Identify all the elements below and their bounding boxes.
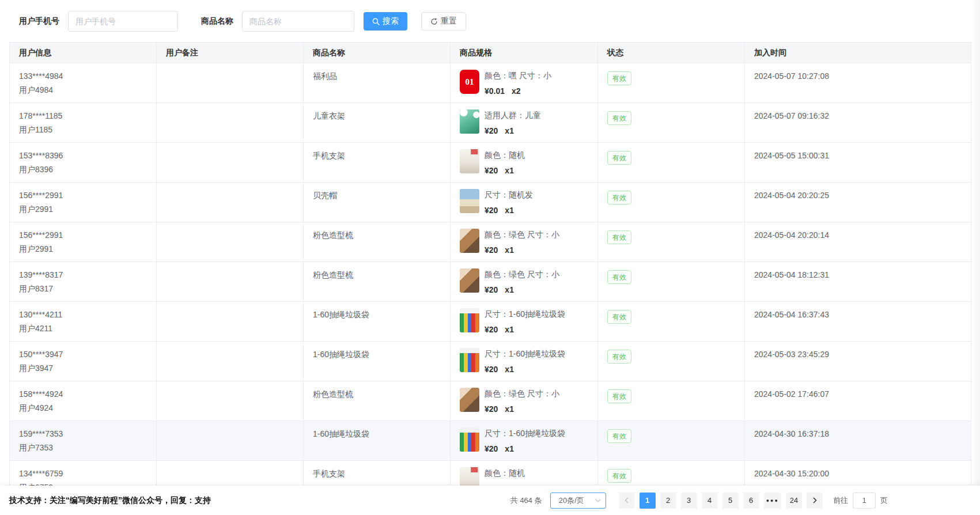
user-phone: 156****2991 [19,230,147,240]
join-time: 2024-04-30 15:20:00 [754,469,962,478]
status-badge: 有效 [607,151,631,165]
scrollbar-track[interactable] [972,0,980,486]
user-nickname: 用户4924 [19,403,147,414]
product-name: 福利品 [313,71,441,82]
product-thumbnail: 01 [460,70,479,94]
join-time: 2024-05-07 09:16:32 [754,111,962,120]
page-button-1[interactable]: 1 [640,493,656,509]
join-time: 2024-05-05 15:00:31 [754,151,962,160]
product-spec: 颜色：绿色 尺寸：小 [485,270,559,280]
table-row: 153****8396 用户8396 手机支架 颜色：随机 ¥20x1 [10,143,971,183]
page-size-select[interactable]: 20条/页 [550,493,606,509]
prev-page-button[interactable] [619,493,635,509]
page-ellipsis[interactable]: ●●● [764,493,781,509]
product-name: 1-60抽绳垃圾袋 [313,310,441,320]
product-thumbnail [460,308,479,332]
page-button-6[interactable]: 6 [743,493,759,509]
page-button-2[interactable]: 2 [660,493,676,509]
column-header-user-remark: 用户备注 [157,43,304,63]
user-phone: 178****1185 [19,111,147,120]
status-badge: 有效 [607,71,631,85]
pagination: 共 464 条 20条/页 123456●●●24 前往 页 [510,493,888,509]
user-nickname: 用户2991 [19,244,147,255]
goto-suffix: 页 [880,495,888,506]
table-row: 178****1185 用户1185 儿童衣架 适用人群：儿童 ¥20x1 [10,103,971,143]
product-spec: 颜色：随机 [485,150,525,161]
product-thumbnail [460,229,479,253]
product-price: ¥20 [485,325,498,334]
product-qty: x1 [505,404,514,414]
user-phone: 156****2991 [19,191,147,200]
table-row: 159****7353 用户7353 1-60抽绳垃圾袋 尺寸：1-60抽绳垃圾… [10,421,971,461]
product-price: ¥20 [485,444,498,453]
product-thumbnail [460,348,479,372]
product-spec: 颜色：绿色 尺寸：小 [485,389,559,399]
total-count: 共 464 条 [510,495,542,506]
product-price: ¥20 [485,285,498,294]
table-header-row: 用户信息 用户备注 商品名称 商品规格 状态 加入时间 [10,43,971,63]
product-qty: x1 [505,206,514,215]
status-badge: 有效 [607,310,631,324]
status-badge: 有效 [607,230,631,244]
product-thumbnail [460,388,479,412]
search-bar: 用户手机号 商品名称 搜索 重置 [0,0,980,42]
product-qty: x1 [505,126,514,135]
product-qty: x1 [505,285,514,294]
footer-bar: 技术支持：关注“编写美好前程”微信公众号，回复：支持 共 464 条 20条/页… [0,486,980,515]
product-qty: x1 [505,444,514,453]
join-time: 2024-05-04 20:20:14 [754,230,962,240]
user-phone: 133****4984 [19,71,147,81]
user-phone: 153****8396 [19,151,147,160]
product-name: 手机支架 [313,469,441,479]
product-price: ¥20 [485,245,498,255]
product-name: 粉色造型梳 [313,270,441,281]
user-phone: 150****3947 [19,350,147,359]
next-page-button[interactable] [807,493,823,509]
page-button-5[interactable]: 5 [722,493,739,509]
status-badge: 有效 [607,350,631,363]
product-spec: 尺寸：1-60抽绳垃圾袋 [485,309,565,320]
status-badge: 有效 [607,389,631,403]
product-qty: x1 [505,325,514,334]
user-phone: 158****4924 [19,389,147,399]
product-price: ¥20 [485,404,498,414]
column-header-join-time: 加入时间 [745,43,971,63]
product-thumbnail [460,109,479,134]
user-phone: 139****8317 [19,270,147,279]
refresh-icon [430,18,438,25]
table-body: 133****4984 用户4984 福利品 01 颜色：嘿 尺寸：小 ¥0.0… [10,63,971,501]
phone-input[interactable] [68,11,178,32]
user-nickname: 用户2991 [19,205,147,215]
page-button-3[interactable]: 3 [681,493,697,509]
goto-page-input[interactable] [853,493,876,509]
page-button-4[interactable]: 4 [702,493,718,509]
table-row: 130****4211 用户4211 1-60抽绳垃圾袋 尺寸：1-60抽绳垃圾… [10,302,971,342]
product-price: ¥20 [485,126,498,135]
page-button-24[interactable]: 24 [786,493,802,509]
product-name: 粉色造型梳 [313,389,441,400]
join-time: 2024-05-02 17:46:07 [754,389,962,399]
product-thumbnail [460,268,479,293]
status-badge: 有效 [607,191,631,205]
user-phone: 130****4211 [19,310,147,319]
product-name-label: 商品名称 [201,16,233,26]
support-text: 技术支持：关注“编写美好前程”微信公众号，回复：支持 [9,495,211,506]
product-qty: x1 [505,245,514,255]
thumbnail-label: 01 [466,77,474,87]
user-nickname: 用户8317 [19,284,147,294]
product-thumbnail [460,189,479,213]
status-badge: 有效 [607,429,631,443]
product-name: 粉色造型梳 [313,230,441,241]
column-header-product-name: 商品名称 [304,43,451,63]
table-row: 158****4924 用户4924 粉色造型梳 颜色：绿色 尺寸：小 ¥20x… [10,381,971,421]
product-spec: 尺寸：随机发 [485,190,533,200]
product-name: 儿童衣架 [313,111,441,122]
search-button[interactable]: 搜索 [364,12,407,31]
reset-button[interactable]: 重置 [421,12,466,31]
product-spec: 颜色：随机 [485,468,525,479]
product-spec: 颜色：嘿 尺寸：小 [485,71,551,81]
product-name-input[interactable] [242,11,354,32]
chevron-right-icon [813,497,817,503]
search-icon [372,18,380,25]
product-qty: x1 [505,166,514,175]
